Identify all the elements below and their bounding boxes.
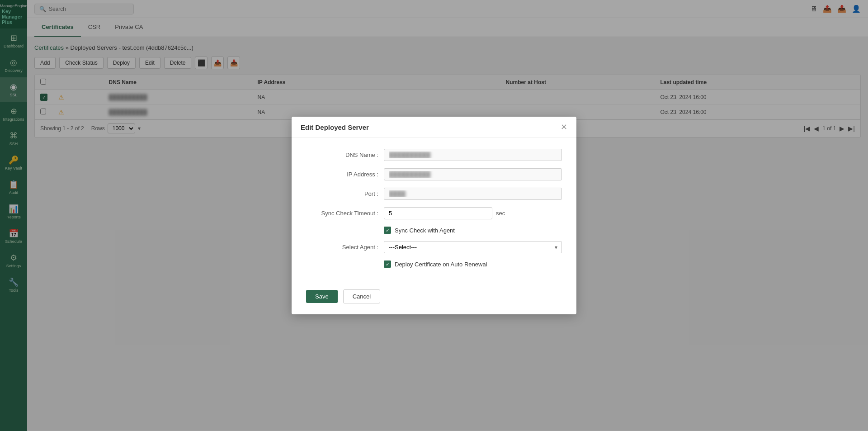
modal-body: DNS Name : IP Address : Port : Sync Chec…: [292, 138, 576, 286]
dns-name-label: DNS Name :: [306, 152, 378, 158]
modal-close-button[interactable]: ✕: [561, 123, 567, 131]
cancel-button[interactable]: Cancel: [343, 289, 380, 303]
auto-renewal-label: Deploy Certificate on Auto Renewal: [395, 261, 487, 268]
auto-renewal-checkbox[interactable]: [384, 260, 391, 268]
save-button[interactable]: Save: [306, 290, 338, 303]
port-row: Port :: [306, 188, 562, 200]
modal-overlay: Edit Deployed Server ✕ DNS Name : IP Add…: [0, 0, 868, 431]
select-agent-row: Select Agent : ---Select--- ▾: [306, 241, 562, 253]
ip-address-label: IP Address :: [306, 171, 378, 178]
sync-timeout-input[interactable]: [384, 207, 492, 219]
timeout-input-group: sec: [384, 207, 505, 219]
sync-timeout-row: Sync Check Timeout : sec: [306, 207, 562, 219]
modal-footer: Save Cancel: [292, 289, 576, 303]
ip-address-input[interactable]: [384, 168, 562, 180]
modal-header: Edit Deployed Server ✕: [292, 117, 576, 138]
dns-name-row: DNS Name :: [306, 149, 562, 161]
sync-check-row: Sync Check with Agent: [384, 227, 562, 234]
edit-deployed-server-modal: Edit Deployed Server ✕ DNS Name : IP Add…: [292, 117, 576, 314]
dns-name-input[interactable]: [384, 149, 562, 161]
auto-renewal-row: Deploy Certificate on Auto Renewal: [384, 260, 562, 268]
modal-title: Edit Deployed Server: [301, 123, 369, 131]
sync-check-label: Sync Check with Agent: [395, 227, 455, 234]
select-agent-dropdown[interactable]: ---Select---: [384, 241, 562, 253]
timeout-unit: sec: [496, 210, 505, 217]
port-label: Port :: [306, 190, 378, 197]
select-agent-wrapper: ---Select--- ▾: [384, 241, 562, 253]
sync-timeout-label: Sync Check Timeout :: [306, 210, 378, 217]
select-agent-label: Select Agent :: [306, 244, 378, 251]
sync-check-checkbox[interactable]: [384, 227, 391, 234]
ip-address-row: IP Address :: [306, 168, 562, 180]
port-input[interactable]: [384, 188, 562, 200]
